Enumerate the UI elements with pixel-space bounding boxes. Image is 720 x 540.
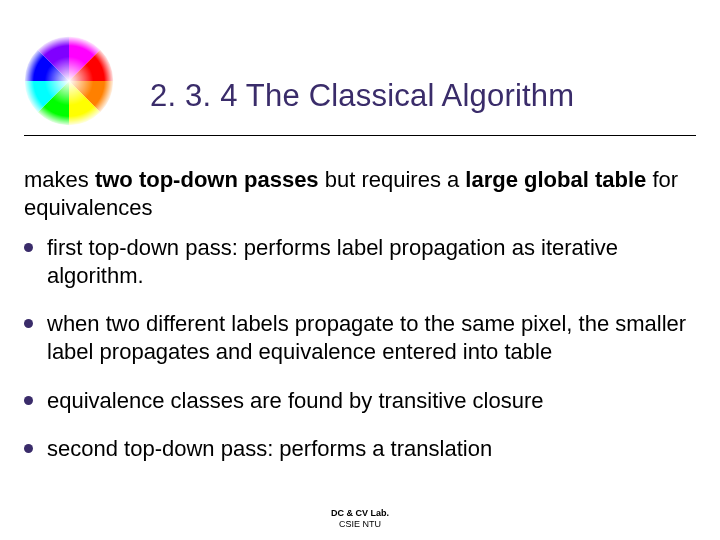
bullet-icon — [24, 444, 33, 453]
list-item: equivalence classes are found by transit… — [24, 387, 696, 415]
slide-title: 2. 3. 4 The Classical Algorithm — [150, 78, 574, 113]
intro-paragraph: makes two top-down passes but requires a… — [24, 166, 696, 222]
svg-point-1 — [24, 36, 114, 126]
bullet-icon — [24, 243, 33, 252]
bullet-text: when two different labels propagate to t… — [47, 310, 696, 366]
title-underline — [24, 135, 696, 136]
bullet-icon — [24, 319, 33, 328]
bullet-list: first top-down pass: performs label prop… — [24, 234, 696, 483]
intro-bold1: two top-down passes — [95, 167, 319, 192]
footer-line1: DC & CV Lab. — [0, 508, 720, 519]
list-item: first top-down pass: performs label prop… — [24, 234, 696, 290]
list-item: second top-down pass: performs a transla… — [24, 435, 696, 463]
intro-bold2: large global table — [465, 167, 646, 192]
footer-line2: CSIE NTU — [0, 519, 720, 530]
bullet-text: second top-down pass: performs a transla… — [47, 435, 696, 463]
color-wheel-logo — [22, 34, 116, 128]
footer: DC & CV Lab. CSIE NTU — [0, 508, 720, 531]
bullet-icon — [24, 396, 33, 405]
list-item: when two different labels propagate to t… — [24, 310, 696, 366]
bullet-text: equivalence classes are found by transit… — [47, 387, 696, 415]
title-block: 2. 3. 4 The Classical Algorithm — [150, 78, 690, 114]
bullet-text: first top-down pass: performs label prop… — [47, 234, 696, 290]
intro-seg2: but requires a — [319, 167, 466, 192]
intro-seg1: makes — [24, 167, 95, 192]
slide: 2. 3. 4 The Classical Algorithm makes tw… — [0, 0, 720, 540]
